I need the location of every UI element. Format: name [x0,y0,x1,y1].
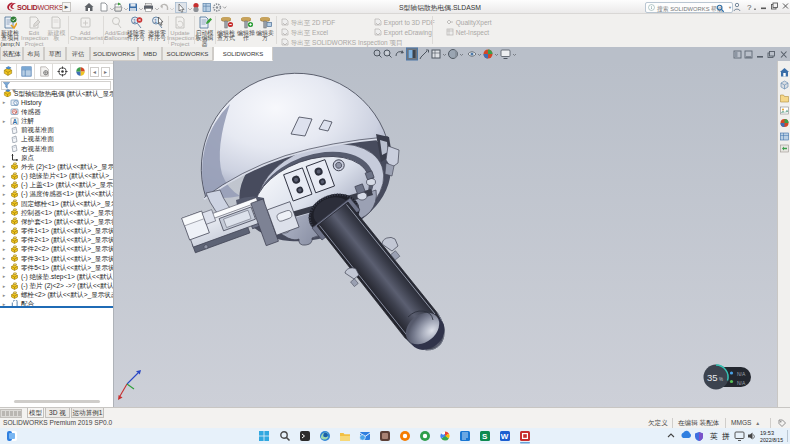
svg-text:2022/8/15: 2022/8/15 [760,437,783,443]
svg-text:N/A: N/A [737,380,746,386]
svg-text:SOLID: SOLID [17,3,38,12]
svg-text:WORKS: WORKS [38,3,64,12]
svg-text:S: S [482,432,488,441]
svg-text:35: 35 [707,372,718,383]
svg-text:19:53: 19:53 [760,430,774,436]
svg-text:?: ? [747,3,752,12]
svg-text:W: W [501,432,509,441]
svg-text:拼: 拼 [721,432,730,441]
svg-text:1: 1 [154,18,157,24]
svg-text:%: % [719,377,723,382]
svg-text:英: 英 [710,432,718,441]
svg-text:1: 1 [133,18,136,24]
svg-text:N/A: N/A [737,371,746,377]
